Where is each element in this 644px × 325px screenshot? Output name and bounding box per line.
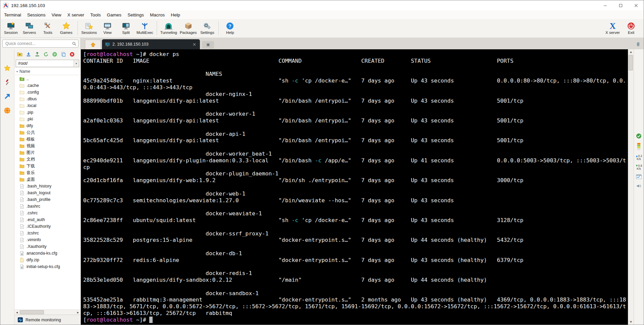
mobaxterm-window: 192.168.150.103 TerminalSessionsViewX se… xyxy=(0,0,644,325)
tree-item[interactable]: .bash_profile xyxy=(14,196,80,203)
sftp-refresh-button[interactable] xyxy=(42,51,49,58)
tree-item[interactable]: .. xyxy=(14,75,80,82)
toolbar-button-split[interactable]: Split xyxy=(117,21,135,35)
maximize-button[interactable] xyxy=(613,0,628,10)
tree-item[interactable]: 文档 xyxy=(14,156,80,163)
tree-item[interactable]: .bash_logout xyxy=(14,189,80,196)
tree-item[interactable]: 图片 xyxy=(14,149,80,156)
toolbar-button-games[interactable]: Games xyxy=(57,21,75,35)
tree-item[interactable]: dify xyxy=(14,122,80,129)
tree-item[interactable]: .Xauthority xyxy=(14,243,80,250)
sidebar-macros-tab-button[interactable] xyxy=(4,93,11,100)
tree-item[interactable]: 模板 xyxy=(14,136,80,143)
sftp-download-button[interactable] xyxy=(25,51,32,58)
toolbar-button-tools[interactable]: Tools xyxy=(39,21,57,35)
tree-item[interactable]: 公共 xyxy=(14,129,80,136)
quick-connect-input[interactable] xyxy=(2,40,78,48)
folder-hidden-icon xyxy=(19,117,24,122)
minimize-button[interactable] xyxy=(597,0,613,10)
sessions-icon xyxy=(85,22,93,30)
tree-item[interactable]: .bashrc xyxy=(14,203,80,210)
tree-item[interactable]: .esd_auth xyxy=(14,216,80,223)
sftp-parent-directory-button[interactable] xyxy=(16,51,23,58)
tree-item[interactable]: anaconda-ks.cfg xyxy=(14,250,80,257)
sidebar-sessions-tab-button[interactable] xyxy=(4,65,11,72)
tree-item[interactable]: dify.zip xyxy=(14,257,80,263)
sftp-sync-button[interactable] xyxy=(51,51,58,58)
close-button[interactable] xyxy=(628,0,644,10)
tab-home[interactable] xyxy=(85,40,101,49)
new-tab-button[interactable] xyxy=(202,41,214,49)
tree-item[interactable]: .bash_history xyxy=(14,183,80,189)
menu-item-terminal[interactable]: Terminal xyxy=(1,11,24,19)
scroll-up-arrow[interactable]: ▲ xyxy=(628,49,634,55)
tree-item[interactable]: .pip xyxy=(14,109,80,116)
menu-item-tools[interactable]: Tools xyxy=(87,11,104,19)
toolbar-separator xyxy=(157,21,157,35)
menu-item-x-server[interactable]: X server xyxy=(64,11,87,19)
remote-monitoring-button[interactable]: Remote monitoring xyxy=(14,315,80,325)
tree-item[interactable]: .cache xyxy=(14,82,80,89)
tree-item[interactable]: .config xyxy=(14,89,80,96)
horizontal-scroll-thumb[interactable] xyxy=(20,310,44,314)
tree-item[interactable]: .pki xyxy=(14,116,80,122)
toolbar-button-help[interactable]: ?Help xyxy=(221,21,239,35)
menu-item-settings[interactable]: Settings xyxy=(124,11,147,19)
tree-item[interactable]: 音乐 xyxy=(14,169,80,176)
tab-close-button[interactable] xyxy=(192,42,197,47)
menu-item-macros[interactable]: Macros xyxy=(147,11,168,19)
scroll-left-arrow[interactable]: ◀ xyxy=(14,310,19,315)
toolbar-button-view[interactable]: View xyxy=(98,21,117,35)
toolbar-button-settings[interactable]: Settings xyxy=(198,21,216,35)
toolbar-button-packages[interactable]: Packages xyxy=(178,21,198,35)
menu-item-help[interactable]: Help xyxy=(168,11,183,19)
terminal-line xyxy=(83,204,628,210)
terminal-scrollbar[interactable]: ▲ ▼ xyxy=(628,49,634,325)
toolbar-button-label: Split xyxy=(122,31,129,35)
current-path: /root/ xyxy=(18,61,28,66)
toolbar-button-tunneling[interactable]: Tunneling xyxy=(159,21,178,35)
resource-gauge-icon xyxy=(637,143,641,151)
tree-item[interactable]: 下载 xyxy=(14,163,80,169)
scroll-down-arrow[interactable]: ▼ xyxy=(628,319,634,325)
terminal-line: a2af0e1c0363 langgenius/dify-api:latest … xyxy=(83,117,628,124)
toolbar-button-session[interactable]: Session xyxy=(2,21,20,35)
tree-item[interactable]: .tcshrc xyxy=(14,230,80,236)
tree-item[interactable]: .ICEauthority xyxy=(14,223,80,230)
tab-session-active[interactable]: 2. 192.168.150.103 xyxy=(102,39,200,49)
tree-item[interactable]: .local xyxy=(14,102,80,109)
terminal-line xyxy=(83,243,628,250)
tree-item-label: .local xyxy=(26,103,36,108)
menu-item-view[interactable]: View xyxy=(49,11,64,19)
path-select[interactable]: /root/ ▾ xyxy=(16,60,79,67)
tree-item[interactable]: 视频 xyxy=(14,143,80,149)
tree-item[interactable]: .cshrc xyxy=(14,210,80,216)
toolbar-button-x-server[interactable]: XX server xyxy=(603,21,622,35)
tree-item[interactable]: .dbus xyxy=(14,96,80,102)
tree-header[interactable]: ▾ Name xyxy=(14,68,80,75)
menu-item-sessions[interactable]: Sessions xyxy=(24,11,49,19)
toolbar-button-sessions[interactable]: Sessions xyxy=(80,21,98,35)
scroll-right-arrow[interactable]: ▶ xyxy=(75,310,80,315)
terminal[interactable]: [root@localhost ~]# docker psCONTAINER I… xyxy=(81,49,628,325)
terminal-line: c20d1cbf16fa langgenius/dify-web:1.9.2 "… xyxy=(83,177,628,184)
session-icon xyxy=(7,22,15,30)
horizontal-scrollbar[interactable]: ◀ ▶ xyxy=(14,310,80,315)
toolbar-button-servers[interactable]: Servers xyxy=(20,21,39,35)
toolbar-button-multiexec[interactable]: MultiExec xyxy=(135,21,155,35)
file-icon xyxy=(19,197,24,202)
sidebar-tools-tab-button[interactable] xyxy=(4,79,11,86)
app-logo-icon xyxy=(3,3,9,8)
tree-item[interactable]: 桌面 xyxy=(14,176,80,183)
vertical-scroll-thumb[interactable] xyxy=(629,55,633,70)
chevron-down-icon[interactable]: ▾ xyxy=(73,60,79,67)
menu-item-games[interactable]: Games xyxy=(104,11,125,19)
attachments-button[interactable] xyxy=(634,40,642,48)
tree-item[interactable]: initial-setup-ks.cfg xyxy=(14,263,80,270)
toolbar-button-exit[interactable]: Exit xyxy=(622,21,640,35)
sidebar-network-tab-button[interactable] xyxy=(4,107,11,114)
sftp-copy-button[interactable] xyxy=(60,51,67,58)
tree-item[interactable]: .viminfo xyxy=(14,236,80,243)
sftp-delete-button[interactable] xyxy=(68,51,75,58)
sftp-upload-button[interactable] xyxy=(34,51,41,58)
